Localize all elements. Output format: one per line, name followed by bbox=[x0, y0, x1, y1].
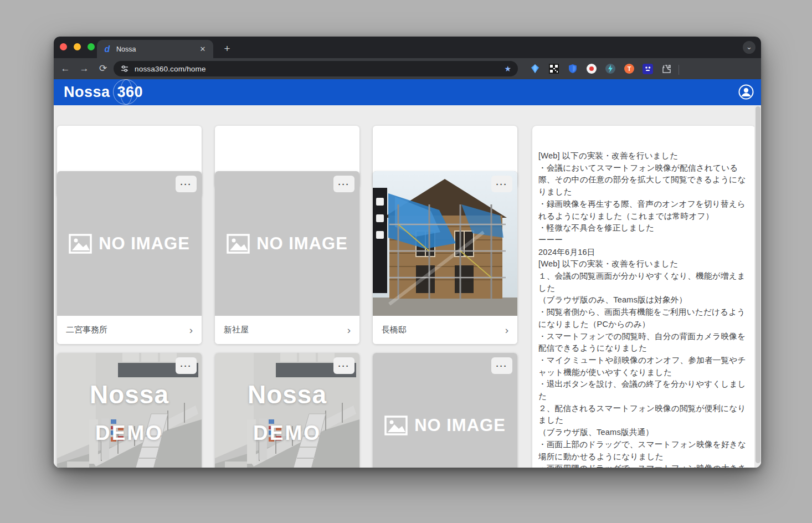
tab-strip: d Nossa ✕ + ⌄ bbox=[54, 37, 761, 58]
card-demo-site-1[interactable]: ··· Nossa DEMO デモ現場 › bbox=[57, 353, 202, 468]
extension-lightning-icon[interactable] bbox=[604, 62, 617, 75]
no-image-label: NO IMAGE bbox=[99, 234, 190, 254]
chevron-right-icon[interactable]: › bbox=[505, 325, 508, 335]
globe-icon bbox=[113, 79, 138, 105]
demo-brand-text: Nossa bbox=[248, 380, 327, 409]
tab-title: Nossa bbox=[116, 45, 198, 53]
card-menu-button[interactable]: ··· bbox=[333, 357, 354, 374]
url-text[interactable]: nossa360.com/home bbox=[135, 65, 504, 73]
card-sample-site[interactable]: ··· NO IMAGE サンプル現場 › bbox=[373, 353, 517, 468]
demo-label-text: DEMO bbox=[95, 422, 163, 445]
reload-button-icon[interactable]: ⟳ bbox=[96, 61, 110, 76]
extension-shield-icon[interactable] bbox=[566, 62, 579, 75]
card-image-no-image: ··· NO IMAGE bbox=[373, 353, 517, 468]
card-menu-button[interactable]: ··· bbox=[491, 357, 512, 374]
chevron-right-icon[interactable]: › bbox=[189, 325, 193, 335]
card-ninomiya-office[interactable]: ··· NO IMAGE 二宮事務所 › bbox=[57, 171, 202, 344]
minimize-window-button[interactable] bbox=[74, 43, 81, 50]
card-image-demo-render: ··· Nossa DEMO bbox=[215, 353, 359, 468]
bookmark-star-icon[interactable]: ★ bbox=[504, 64, 511, 73]
demo-brand-text: Nossa bbox=[90, 380, 169, 409]
browser-window: d Nossa ✕ + ⌄ ← → ⟳ nossa360.com/home ★ bbox=[54, 37, 761, 468]
extension-blue-dots-icon[interactable] bbox=[641, 62, 654, 75]
tab-close-icon[interactable]: ✕ bbox=[198, 44, 208, 54]
site-settings-icon[interactable] bbox=[120, 64, 129, 73]
card-new-office[interactable]: ··· NO IMAGE 新社屋 › bbox=[215, 171, 359, 344]
site-favicon-icon: d bbox=[102, 44, 112, 54]
window-controls bbox=[60, 43, 95, 50]
card-image-construction-photo: ··· bbox=[373, 171, 517, 316]
card-image-no-image: ··· NO IMAGE bbox=[57, 171, 202, 316]
extension-t-icon[interactable]: T bbox=[623, 62, 636, 75]
app-logo: Nossa 360 bbox=[64, 83, 146, 102]
new-tab-button[interactable]: + bbox=[220, 42, 234, 56]
extension-qr-code-icon[interactable] bbox=[547, 62, 561, 75]
brand-suffix: 360 bbox=[114, 83, 147, 102]
page-scrollbar-thumb[interactable] bbox=[756, 106, 760, 463]
account-icon[interactable] bbox=[738, 84, 754, 100]
app-header: Nossa 360 bbox=[54, 79, 761, 105]
image-placeholder-icon bbox=[69, 234, 92, 254]
desktop-background: d Nossa ✕ + ⌄ ← → ⟳ nossa360.com/home ★ bbox=[0, 0, 812, 523]
image-placeholder-icon bbox=[227, 234, 250, 254]
page-scrollbar[interactable] bbox=[754, 105, 761, 468]
card-nagahashi-residence[interactable]: ··· bbox=[373, 171, 517, 344]
card-title: 新社屋 bbox=[224, 325, 347, 335]
page-content: 15:04 [Web] 以下の実装・改善を行いました ・会議においてスマートフォ… bbox=[54, 79, 761, 468]
card-menu-button[interactable]: ··· bbox=[333, 176, 354, 192]
extensions-puzzle-icon[interactable] bbox=[660, 62, 673, 75]
chevron-right-icon[interactable]: › bbox=[347, 325, 351, 335]
extension-kite-icon[interactable] bbox=[528, 62, 542, 75]
card-menu-button[interactable]: ··· bbox=[176, 176, 197, 192]
card-menu-button[interactable]: ··· bbox=[491, 176, 512, 192]
svg-text:T: T bbox=[628, 65, 631, 72]
tab-search-button[interactable]: ⌄ bbox=[743, 41, 756, 54]
card-title: 長橋邸 bbox=[382, 325, 505, 335]
zoom-window-button[interactable] bbox=[88, 43, 95, 50]
back-button-icon[interactable]: ← bbox=[58, 61, 73, 76]
no-image-label: NO IMAGE bbox=[256, 234, 348, 254]
card-image-demo-render: ··· Nossa DEMO bbox=[57, 353, 202, 468]
card-menu-button[interactable]: ··· bbox=[176, 357, 197, 374]
brand-name: Nossa bbox=[64, 84, 110, 101]
forward-button-icon[interactable]: → bbox=[77, 61, 91, 76]
browser-tab[interactable]: d Nossa ✕ bbox=[97, 40, 213, 58]
browser-toolbar: ← → ⟳ nossa360.com/home ★ bbox=[54, 58, 761, 79]
close-window-button[interactable] bbox=[60, 43, 67, 50]
toolbar-divider bbox=[679, 65, 679, 75]
address-bar[interactable]: nossa360.com/home ★ bbox=[114, 61, 518, 76]
card-demo-site-2[interactable]: ··· Nossa DEMO デモ現場 › bbox=[215, 353, 359, 468]
changelog-text: [Web] 以下の実装・改善を行いました ・会議においてスマートフォン映像が配信… bbox=[538, 150, 750, 468]
extension-record-icon[interactable] bbox=[585, 62, 598, 75]
image-placeholder-icon bbox=[384, 416, 408, 435]
card-image-no-image: ··· NO IMAGE bbox=[215, 171, 359, 316]
no-image-label: NO IMAGE bbox=[414, 416, 506, 435]
card-title: 二宮事務所 bbox=[66, 325, 189, 335]
demo-label-text: DEMO bbox=[253, 422, 321, 445]
